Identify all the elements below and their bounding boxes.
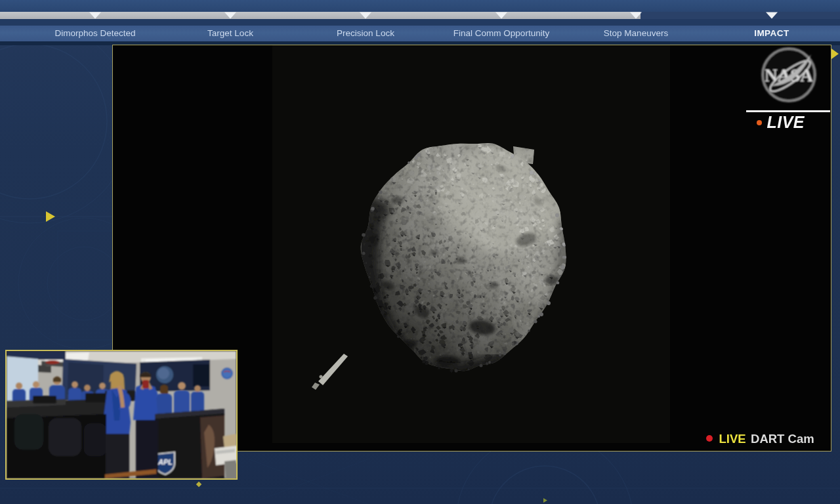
svg-text:APL: APL xyxy=(158,458,173,466)
svg-text:NASA: NASA xyxy=(765,66,814,85)
